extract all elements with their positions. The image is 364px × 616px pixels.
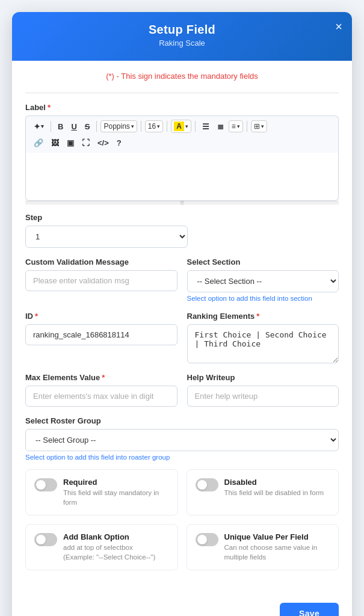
required-toggle-card: Required This field will stay mandatory … xyxy=(25,469,178,516)
separator-2 xyxy=(96,121,97,132)
roster-group-hint: Select option to add this field into roa… xyxy=(25,454,339,461)
help-writeup-col: Help Writeup xyxy=(187,373,339,407)
separator-6 xyxy=(247,121,247,132)
validation-section-row: Custom Validation Message Select Section… xyxy=(25,257,339,302)
blank-option-toggle-card: Add Blank Option add at top of selectbox… xyxy=(25,524,178,570)
strikethrough-button[interactable]: S xyxy=(82,120,93,133)
modal-body: (*) - This sign indicates the mandatory … xyxy=(12,61,352,597)
underline-button[interactable]: U xyxy=(68,120,79,133)
ranking-elements-textarea[interactable]: First Choice | Second Choice | Third Cho… xyxy=(187,324,339,363)
toggle-group-1: Required This field will stay mandatory … xyxy=(25,469,339,516)
step-label: Step xyxy=(25,213,339,222)
max-elements-label: Max Elements Value * xyxy=(25,373,177,382)
setup-field-modal: × Setup Field Raking Scale (*) - This si… xyxy=(12,12,352,616)
disabled-toggle-text: Disabled This field will be disabled in … xyxy=(224,478,324,497)
image-button[interactable]: 🖼 xyxy=(48,137,62,149)
help-writeup-input[interactable] xyxy=(187,386,339,407)
toolbar-row-2: 🔗 🖼 ▣ ⛶ </> ? xyxy=(31,137,333,149)
required-star-label: * xyxy=(48,103,51,112)
ranking-elements-col: Ranking Elements * First Choice | Second… xyxy=(187,312,339,363)
separator-4 xyxy=(167,121,167,132)
max-help-row: Max Elements Value * Help Writeup xyxy=(25,373,339,407)
list-ul-button[interactable]: ☰ xyxy=(199,120,212,133)
toolbar-row-1: ✦ ▾ B U S Poppins ▾ 16 ▾ A ▾ xyxy=(31,120,333,133)
custom-validation-input[interactable] xyxy=(25,270,177,291)
help-writeup-label: Help Writeup xyxy=(187,373,339,382)
modal-header: × Setup Field Raking Scale xyxy=(12,12,352,61)
max-elements-col: Max Elements Value * xyxy=(25,373,177,407)
modal-title: Setup Field xyxy=(24,23,340,37)
mandatory-star: (*) xyxy=(106,72,114,81)
max-elements-input[interactable] xyxy=(25,386,177,407)
editor-toolbar: ✦ ▾ B U S Poppins ▾ 16 ▾ A ▾ xyxy=(25,116,339,153)
separator-1 xyxy=(51,121,51,132)
table-icon: ⊞ xyxy=(254,122,260,131)
required-star-max: * xyxy=(102,373,105,382)
id-label: ID * xyxy=(25,312,177,321)
id-ranking-row: ID * Ranking Elements * First Choice | S… xyxy=(25,312,339,363)
id-input[interactable] xyxy=(25,324,177,345)
select-section-label: Select Section xyxy=(187,257,339,266)
video-button[interactable]: ▣ xyxy=(64,137,77,149)
roster-group-wrapper: Select Roster Group -- Select Group -- S… xyxy=(25,416,339,461)
required-star-ranking: * xyxy=(256,312,259,321)
roster-group-label: Select Roster Group xyxy=(25,416,339,425)
blank-option-toggle[interactable] xyxy=(34,533,57,546)
align-dropdown[interactable]: ≡ ▾ xyxy=(229,120,243,132)
font-color-icon: A xyxy=(174,122,184,131)
roster-group-select[interactable]: -- Select Group -- xyxy=(25,429,339,451)
disabled-toggle-card: Disabled This field will be disabled in … xyxy=(187,469,339,516)
blank-option-toggle-text: Add Blank Option add at top of selectbox… xyxy=(63,532,155,562)
modal-subtitle: Raking Scale xyxy=(24,38,340,48)
list-ol-button[interactable]: ≣ xyxy=(214,120,227,133)
custom-validation-col: Custom Validation Message xyxy=(25,257,177,302)
bold-button[interactable]: B xyxy=(55,120,66,133)
unique-value-toggle[interactable] xyxy=(196,533,218,546)
mandatory-note: (*) - This sign indicates the mandatory … xyxy=(25,72,339,81)
separator-3 xyxy=(141,121,141,132)
required-toggle-text: Required This field will stay mandatory … xyxy=(63,478,169,507)
step-select[interactable]: 1 2 3 xyxy=(25,226,188,248)
modal-footer: Save xyxy=(12,597,352,616)
editor-resize-handle xyxy=(25,201,339,205)
help-button[interactable]: ? xyxy=(114,137,125,149)
magic-button[interactable]: ✦ ▾ xyxy=(31,120,47,133)
id-col: ID * xyxy=(25,312,177,363)
ranking-elements-label: Ranking Elements * xyxy=(187,312,339,321)
label-editor[interactable] xyxy=(25,153,339,201)
unique-value-toggle-card: Unique Value Per Field Can not choose sa… xyxy=(187,524,339,570)
fullscreen-button[interactable]: ⛶ xyxy=(79,137,93,149)
disabled-toggle[interactable] xyxy=(196,478,218,491)
custom-validation-label: Custom Validation Message xyxy=(25,257,177,266)
select-section-hint: Select option to add this field into sec… xyxy=(187,295,339,302)
font-family-dropdown[interactable]: Poppins ▾ xyxy=(100,120,137,132)
close-button[interactable]: × xyxy=(335,20,342,32)
required-toggle[interactable] xyxy=(34,478,57,491)
select-section-col: Select Section -- Select Section -- Sele… xyxy=(187,257,339,302)
required-star-id: * xyxy=(35,312,38,321)
unique-value-toggle-text: Unique Value Per Field Can not choose sa… xyxy=(224,532,330,562)
toggle-group-2: Add Blank Option add at top of selectbox… xyxy=(25,524,339,570)
label-field-label: Label * xyxy=(25,103,339,112)
code-button[interactable]: </> xyxy=(94,137,112,149)
divider xyxy=(25,93,339,93)
font-color-dropdown[interactable]: A ▾ xyxy=(171,120,191,133)
select-section-dropdown[interactable]: -- Select Section -- xyxy=(187,270,339,292)
link-button[interactable]: 🔗 xyxy=(31,137,46,149)
table-dropdown[interactable]: ⊞ ▾ xyxy=(251,120,267,132)
font-size-dropdown[interactable]: 16 ▾ xyxy=(145,120,163,132)
separator-5 xyxy=(195,121,196,132)
step-field-wrapper: Step 1 2 3 xyxy=(25,213,339,248)
save-button[interactable]: Save xyxy=(280,603,339,616)
mandatory-text: - This sign indicates the mandatory fiel… xyxy=(114,72,258,81)
